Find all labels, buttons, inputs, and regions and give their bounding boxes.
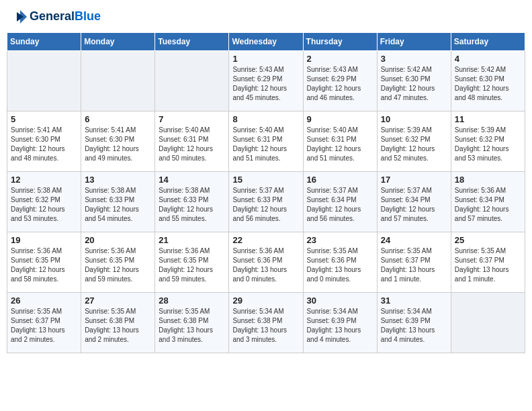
day-info: Sunrise: 5:35 AM Sunset: 6:38 PM Dayligh… <box>159 307 225 345</box>
day-number: 13 <box>85 175 151 185</box>
day-info: Sunrise: 5:36 AM Sunset: 6:34 PM Dayligh… <box>455 186 521 224</box>
day-cell: 2Sunrise: 5:43 AM Sunset: 6:29 PM Daylig… <box>303 51 377 111</box>
week-row-3: 19Sunrise: 5:36 AM Sunset: 6:35 PM Dayli… <box>7 232 525 293</box>
day-info: Sunrise: 5:40 AM Sunset: 6:31 PM Dayligh… <box>307 126 373 163</box>
day-cell: 20Sunrise: 5:36 AM Sunset: 6:35 PM Dayli… <box>81 232 155 293</box>
page-header: GeneralBlue <box>7 7 525 27</box>
day-number: 29 <box>232 295 299 306</box>
day-cell: 28Sunrise: 5:35 AM Sunset: 6:38 PM Dayli… <box>155 293 229 353</box>
col-header-friday: Friday <box>377 33 451 51</box>
day-cell: 24Sunrise: 5:35 AM Sunset: 6:37 PM Dayli… <box>377 232 451 293</box>
day-cell: 22Sunrise: 5:36 AM Sunset: 6:36 PM Dayli… <box>229 232 303 293</box>
day-cell: 7Sunrise: 5:40 AM Sunset: 6:31 PM Daylig… <box>155 111 229 172</box>
day-number: 24 <box>381 235 447 245</box>
day-number: 31 <box>381 295 447 306</box>
day-info: Sunrise: 5:37 AM Sunset: 6:34 PM Dayligh… <box>307 186 373 224</box>
day-number: 9 <box>307 114 373 124</box>
day-info: Sunrise: 5:36 AM Sunset: 6:36 PM Dayligh… <box>232 246 299 284</box>
day-number: 1 <box>232 54 299 64</box>
logo: GeneralBlue <box>7 7 101 27</box>
day-info: Sunrise: 5:34 AM Sunset: 6:38 PM Dayligh… <box>232 307 299 345</box>
day-cell: 4Sunrise: 5:42 AM Sunset: 6:30 PM Daylig… <box>451 51 525 111</box>
day-number: 10 <box>381 114 447 124</box>
day-cell: 10Sunrise: 5:39 AM Sunset: 6:32 PM Dayli… <box>377 111 451 172</box>
day-cell: 9Sunrise: 5:40 AM Sunset: 6:31 PM Daylig… <box>303 111 377 172</box>
day-cell: 6Sunrise: 5:41 AM Sunset: 6:30 PM Daylig… <box>81 111 155 172</box>
day-cell: 26Sunrise: 5:35 AM Sunset: 6:37 PM Dayli… <box>7 293 81 353</box>
day-number: 23 <box>307 235 373 245</box>
day-cell: 1Sunrise: 5:43 AM Sunset: 6:29 PM Daylig… <box>229 51 303 111</box>
calendar-table: SundayMondayTuesdayWednesdayThursdayFrid… <box>7 32 525 353</box>
day-cell: 8Sunrise: 5:40 AM Sunset: 6:31 PM Daylig… <box>229 111 303 172</box>
day-number: 22 <box>232 235 299 245</box>
week-row-4: 26Sunrise: 5:35 AM Sunset: 6:37 PM Dayli… <box>7 293 525 353</box>
day-number: 12 <box>11 175 77 185</box>
day-number: 11 <box>455 114 521 124</box>
day-info: Sunrise: 5:41 AM Sunset: 6:30 PM Dayligh… <box>11 126 77 163</box>
calendar-header-row: SundayMondayTuesdayWednesdayThursdayFrid… <box>7 33 525 51</box>
logo-icon <box>7 7 27 27</box>
logo-text: GeneralBlue <box>30 10 101 24</box>
day-info: Sunrise: 5:38 AM Sunset: 6:32 PM Dayligh… <box>11 186 77 224</box>
day-info: Sunrise: 5:37 AM Sunset: 6:33 PM Dayligh… <box>232 186 299 224</box>
day-info: Sunrise: 5:36 AM Sunset: 6:35 PM Dayligh… <box>11 246 77 284</box>
day-cell: 14Sunrise: 5:38 AM Sunset: 6:33 PM Dayli… <box>155 172 229 232</box>
day-number: 25 <box>455 235 521 245</box>
day-cell <box>155 51 229 111</box>
day-number: 4 <box>455 54 521 64</box>
day-number: 14 <box>159 175 225 185</box>
day-info: Sunrise: 5:39 AM Sunset: 6:32 PM Dayligh… <box>455 126 521 163</box>
day-cell: 19Sunrise: 5:36 AM Sunset: 6:35 PM Dayli… <box>7 232 81 293</box>
day-info: Sunrise: 5:36 AM Sunset: 6:35 PM Dayligh… <box>85 246 151 284</box>
day-cell: 17Sunrise: 5:37 AM Sunset: 6:34 PM Dayli… <box>377 172 451 232</box>
day-number: 7 <box>159 114 225 124</box>
day-info: Sunrise: 5:34 AM Sunset: 6:39 PM Dayligh… <box>307 307 373 345</box>
day-number: 8 <box>232 114 299 124</box>
day-cell: 12Sunrise: 5:38 AM Sunset: 6:32 PM Dayli… <box>7 172 81 232</box>
day-cell: 3Sunrise: 5:42 AM Sunset: 6:30 PM Daylig… <box>377 51 451 111</box>
day-cell: 29Sunrise: 5:34 AM Sunset: 6:38 PM Dayli… <box>229 293 303 353</box>
day-number: 27 <box>85 295 151 306</box>
day-info: Sunrise: 5:42 AM Sunset: 6:30 PM Dayligh… <box>381 65 447 103</box>
day-number: 5 <box>11 114 77 124</box>
day-info: Sunrise: 5:35 AM Sunset: 6:38 PM Dayligh… <box>85 307 151 345</box>
day-number: 30 <box>307 295 373 306</box>
col-header-tuesday: Tuesday <box>155 33 229 51</box>
day-cell: 18Sunrise: 5:36 AM Sunset: 6:34 PM Dayli… <box>451 172 525 232</box>
day-cell: 5Sunrise: 5:41 AM Sunset: 6:30 PM Daylig… <box>7 111 81 172</box>
day-cell: 31Sunrise: 5:34 AM Sunset: 6:39 PM Dayli… <box>377 293 451 353</box>
day-cell: 30Sunrise: 5:34 AM Sunset: 6:39 PM Dayli… <box>303 293 377 353</box>
day-info: Sunrise: 5:39 AM Sunset: 6:32 PM Dayligh… <box>381 126 447 163</box>
day-info: Sunrise: 5:38 AM Sunset: 6:33 PM Dayligh… <box>85 186 151 224</box>
day-number: 2 <box>307 54 373 64</box>
day-info: Sunrise: 5:40 AM Sunset: 6:31 PM Dayligh… <box>159 126 225 163</box>
day-cell: 27Sunrise: 5:35 AM Sunset: 6:38 PM Dayli… <box>81 293 155 353</box>
day-cell: 16Sunrise: 5:37 AM Sunset: 6:34 PM Dayli… <box>303 172 377 232</box>
col-header-sunday: Sunday <box>7 33 81 51</box>
day-number: 15 <box>232 175 299 185</box>
day-number: 18 <box>455 175 521 185</box>
day-number: 6 <box>85 114 151 124</box>
day-info: Sunrise: 5:43 AM Sunset: 6:29 PM Dayligh… <box>307 65 373 103</box>
day-cell: 25Sunrise: 5:35 AM Sunset: 6:37 PM Dayli… <box>451 232 525 293</box>
day-info: Sunrise: 5:35 AM Sunset: 6:37 PM Dayligh… <box>381 246 447 284</box>
day-cell: 11Sunrise: 5:39 AM Sunset: 6:32 PM Dayli… <box>451 111 525 172</box>
day-info: Sunrise: 5:40 AM Sunset: 6:31 PM Dayligh… <box>232 126 299 163</box>
day-number: 21 <box>159 235 225 245</box>
day-info: Sunrise: 5:43 AM Sunset: 6:29 PM Dayligh… <box>232 65 299 103</box>
day-cell <box>7 51 81 111</box>
week-row-1: 5Sunrise: 5:41 AM Sunset: 6:30 PM Daylig… <box>7 111 525 172</box>
day-number: 28 <box>159 295 225 306</box>
day-cell <box>451 293 525 353</box>
col-header-saturday: Saturday <box>451 33 525 51</box>
day-info: Sunrise: 5:35 AM Sunset: 6:36 PM Dayligh… <box>307 246 373 284</box>
week-row-0: 1Sunrise: 5:43 AM Sunset: 6:29 PM Daylig… <box>7 51 525 111</box>
day-number: 20 <box>85 235 151 245</box>
day-info: Sunrise: 5:41 AM Sunset: 6:30 PM Dayligh… <box>85 126 151 163</box>
day-cell: 13Sunrise: 5:38 AM Sunset: 6:33 PM Dayli… <box>81 172 155 232</box>
week-row-2: 12Sunrise: 5:38 AM Sunset: 6:32 PM Dayli… <box>7 172 525 232</box>
day-number: 17 <box>381 175 447 185</box>
day-number: 16 <box>307 175 373 185</box>
day-cell: 23Sunrise: 5:35 AM Sunset: 6:36 PM Dayli… <box>303 232 377 293</box>
day-cell: 21Sunrise: 5:36 AM Sunset: 6:35 PM Dayli… <box>155 232 229 293</box>
